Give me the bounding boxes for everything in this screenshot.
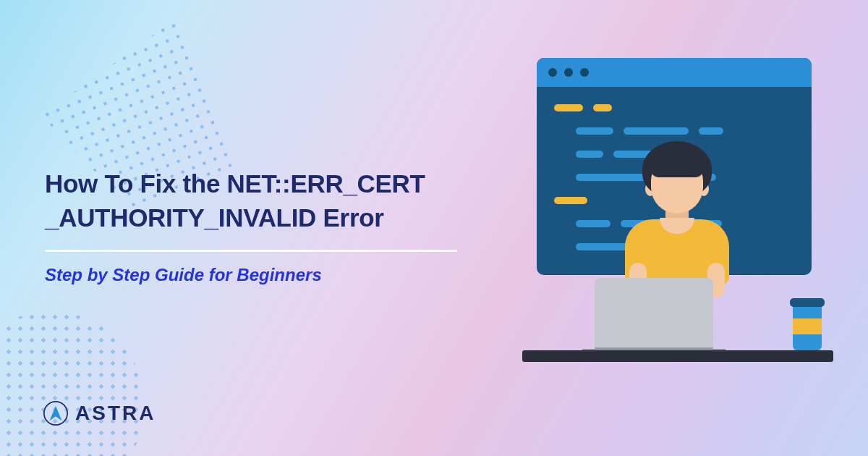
page-title: How To Fix the NET::ERR_CERT _AUTHORITY_… (45, 166, 515, 235)
divider-line (45, 250, 457, 252)
title-line-1: How To Fix the NET::ERR_CERT (45, 169, 425, 198)
astra-icon (43, 401, 68, 426)
coffee-cup-icon (788, 292, 826, 350)
developer-illustration (522, 58, 826, 362)
window-control-icon (564, 68, 573, 77)
brand-logo: ASTRA (43, 401, 156, 426)
window-control-icon (580, 68, 589, 77)
brand-name: ASTRA (75, 402, 156, 425)
window-titlebar (537, 58, 812, 87)
dot-pattern-bottom (0, 311, 145, 456)
desk-surface (522, 350, 833, 362)
laptop-icon (582, 278, 726, 359)
subtitle: Step by Step Guide for Beginners (45, 265, 515, 285)
window-control-icon (548, 68, 557, 77)
title-line-2: _AUTHORITY_INVALID Error (45, 203, 384, 232)
hero-text: How To Fix the NET::ERR_CERT _AUTHORITY_… (45, 166, 515, 285)
